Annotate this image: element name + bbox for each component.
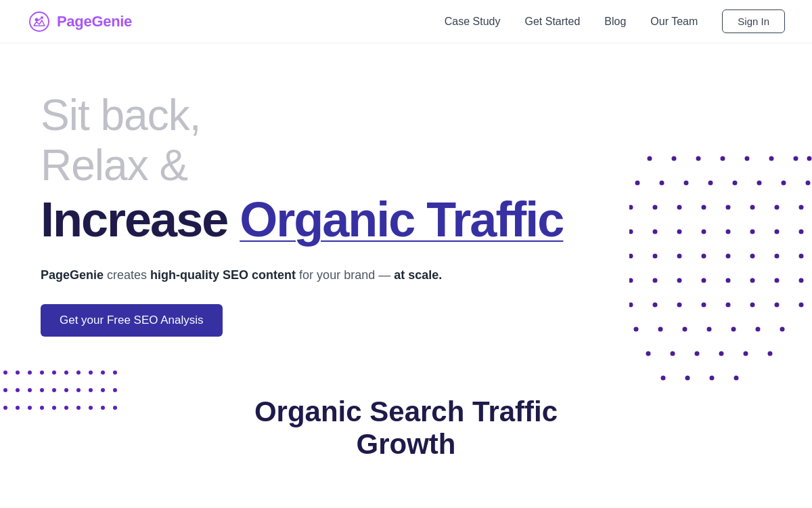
- svg-point-13: [635, 181, 640, 186]
- nav-links: Case Study Get Started Blog Our Team Sig…: [445, 9, 785, 33]
- svg-point-6: [672, 156, 677, 161]
- svg-point-41: [726, 254, 731, 259]
- svg-point-77: [734, 376, 739, 381]
- svg-point-59: [775, 303, 780, 308]
- svg-point-87: [113, 371, 117, 375]
- svg-point-76: [710, 376, 715, 381]
- nav-blog[interactable]: Blog: [604, 16, 626, 28]
- hero-brand: PageGenie: [41, 268, 104, 282]
- cta-button[interactable]: Get your Free SEO Analysis: [41, 304, 223, 337]
- hero-for: for your brand —: [299, 268, 394, 282]
- svg-point-56: [702, 303, 706, 308]
- svg-point-52: [799, 278, 804, 283]
- logo-wordmark: PageGenie: [57, 13, 132, 30]
- svg-point-16: [708, 181, 713, 186]
- svg-point-107: [113, 406, 117, 410]
- svg-point-69: [671, 352, 675, 356]
- hero-line3-prefix: Increase: [41, 192, 240, 247]
- svg-point-42: [750, 254, 755, 259]
- svg-point-0: [30, 12, 49, 31]
- svg-point-37: [629, 254, 633, 259]
- logo[interactable]: PageGenie: [27, 9, 132, 34]
- svg-point-11: [794, 156, 798, 161]
- nav-case-study[interactable]: Case Study: [445, 16, 501, 28]
- svg-point-51: [775, 278, 780, 283]
- svg-point-96: [101, 388, 105, 392]
- svg-point-55: [677, 303, 682, 308]
- nav-our-team[interactable]: Our Team: [650, 16, 698, 28]
- hero-line3-accent: Organic Traffic: [240, 192, 563, 247]
- svg-point-9: [745, 156, 750, 161]
- svg-point-82: [52, 371, 56, 375]
- svg-point-75: [685, 376, 690, 381]
- svg-point-74: [661, 376, 666, 381]
- svg-point-67: [780, 327, 785, 332]
- svg-point-12: [807, 156, 812, 161]
- svg-point-97: [113, 388, 117, 392]
- svg-point-105: [89, 406, 93, 410]
- section-title-line2: Growth: [254, 428, 558, 461]
- svg-point-30: [653, 230, 658, 234]
- hero-line1: Sit back,: [41, 91, 812, 141]
- svg-point-85: [89, 371, 93, 375]
- nav-get-started[interactable]: Get Started: [524, 16, 580, 28]
- section-title-wrap: Organic Search Traffic Growth: [254, 396, 558, 461]
- svg-point-24: [702, 205, 706, 210]
- svg-point-20: [806, 181, 811, 186]
- svg-point-66: [756, 327, 761, 332]
- svg-point-80: [28, 371, 32, 375]
- hero-scale: at scale.: [394, 268, 442, 282]
- svg-point-63: [683, 327, 687, 332]
- svg-point-15: [684, 181, 689, 186]
- svg-point-45: [629, 278, 633, 283]
- svg-point-50: [750, 278, 755, 283]
- svg-point-5: [648, 156, 652, 161]
- svg-point-89: [16, 388, 20, 392]
- logo-icon: [27, 9, 51, 34]
- svg-point-22: [653, 205, 658, 210]
- svg-point-90: [28, 388, 32, 392]
- svg-point-32: [702, 230, 706, 234]
- svg-point-91: [40, 388, 44, 392]
- signin-button[interactable]: Sign In: [722, 9, 785, 33]
- svg-point-36: [799, 230, 804, 234]
- svg-point-83: [64, 371, 68, 375]
- svg-point-93: [64, 388, 68, 392]
- svg-point-14: [660, 181, 664, 186]
- svg-point-101: [40, 406, 44, 410]
- svg-point-43: [775, 254, 780, 259]
- svg-point-79: [16, 371, 20, 375]
- svg-point-88: [3, 388, 7, 392]
- svg-point-7: [696, 156, 701, 161]
- svg-point-84: [76, 371, 81, 375]
- svg-point-48: [702, 278, 706, 283]
- svg-point-31: [677, 230, 682, 234]
- svg-point-98: [3, 406, 7, 410]
- svg-point-92: [52, 388, 56, 392]
- svg-point-49: [726, 278, 731, 283]
- svg-point-103: [64, 406, 68, 410]
- svg-point-39: [677, 254, 682, 259]
- svg-point-100: [28, 406, 32, 410]
- svg-point-62: [658, 327, 663, 332]
- svg-point-25: [726, 205, 731, 210]
- svg-point-81: [40, 371, 44, 375]
- svg-point-2: [41, 16, 43, 19]
- svg-point-47: [677, 278, 682, 283]
- hero-creates: creates: [107, 268, 150, 282]
- svg-point-38: [653, 254, 658, 259]
- svg-point-60: [799, 303, 804, 308]
- svg-point-68: [646, 352, 651, 356]
- svg-point-21: [629, 205, 633, 210]
- svg-point-104: [76, 406, 81, 410]
- svg-point-18: [757, 181, 762, 186]
- svg-point-8: [721, 156, 725, 161]
- svg-point-58: [750, 303, 755, 308]
- svg-point-106: [101, 406, 105, 410]
- svg-point-35: [775, 230, 780, 234]
- section-title-line1: Organic Search Traffic: [254, 396, 558, 428]
- svg-point-61: [634, 327, 639, 332]
- svg-point-17: [733, 181, 738, 186]
- svg-point-99: [16, 406, 20, 410]
- svg-point-70: [695, 352, 700, 356]
